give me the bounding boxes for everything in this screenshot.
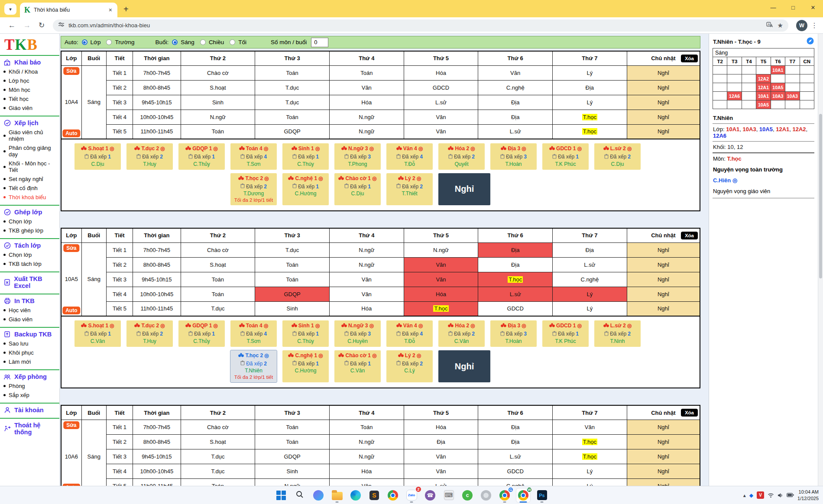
sidebar-section-header[interactable]: Xếp phòng [3, 373, 58, 380]
subject-card[interactable]: Lý 2◎Đã xếp2C.Lý [386, 350, 433, 383]
scrollbar-thumb[interactable] [819, 114, 822, 278]
sidebar-item[interactable]: Làm mới [3, 357, 58, 366]
subject-cell[interactable]: T.học [553, 110, 627, 124]
trash-icon[interactable] [500, 331, 505, 337]
subject-cell[interactable]: Toán [329, 65, 404, 80]
subject-card[interactable]: C.nghệ 1◎Đã xếp1C.Hường [282, 350, 329, 383]
subject-cell[interactable]: Chào cờ [181, 420, 255, 434]
coccoc-icon[interactable]: c [460, 488, 475, 503]
edit-button[interactable]: Sửa [63, 67, 79, 75]
target-icon[interactable]: ◎ [418, 145, 423, 152]
target-icon[interactable]: ◎ [264, 352, 269, 359]
subject-cell[interactable]: GDQP [255, 124, 330, 139]
sidebar-item[interactable]: Khối / Khoa [3, 67, 58, 76]
subject-cell[interactable]: Sinh [255, 464, 330, 478]
subject-card[interactable]: T.dục 2◎Đã xếp2T.Huy [126, 320, 173, 347]
subject-cell[interactable]: Địa [478, 95, 553, 110]
subject-cell[interactable]: Toán [329, 420, 404, 434]
minimize-icon[interactable]: — [763, 0, 783, 15]
subject-cell[interactable]: L.sử [553, 257, 627, 272]
sidebar-item[interactable]: Giáo viên chủ nhiệm [3, 128, 58, 143]
target-icon[interactable]: ◎ [369, 323, 373, 330]
sidebar-item[interactable]: TKB tách lớp [3, 259, 58, 268]
tkb-logo[interactable]: TKB [0, 34, 59, 55]
radio-session-chieu[interactable] [200, 39, 206, 45]
subject-cell[interactable]: Văn [404, 272, 478, 287]
subject-card[interactable]: Chào cờ 1◎Đã xếp1C.Vân [334, 350, 381, 383]
viber-icon[interactable]: ☎ [423, 488, 437, 503]
trash-icon[interactable] [84, 154, 89, 160]
radio-auto-lop[interactable] [82, 39, 87, 45]
subject-cell[interactable]: Hóa [404, 420, 478, 434]
trash-icon[interactable] [84, 331, 89, 337]
trash-icon[interactable] [292, 183, 297, 190]
sidebar-item[interactable]: Phân công giảng dạy [3, 143, 58, 159]
page-scrollbar[interactable] [818, 34, 823, 486]
sidebar-item[interactable]: Sao lưu [3, 339, 58, 348]
subject-cell[interactable]: T.học [553, 434, 627, 449]
target-icon[interactable]: ◎ [318, 352, 323, 359]
subject-card[interactable]: S.hoạt 1◎Đã xếp1C.Dịu [75, 143, 121, 170]
subject-cell[interactable]: Địa [404, 434, 478, 449]
browser-menu-icon[interactable]: ⋮ [811, 21, 818, 29]
target-icon[interactable]: ◎ [577, 323, 581, 330]
new-tab-button[interactable]: + [123, 5, 129, 13]
subject-cell[interactable]: Sinh [181, 95, 255, 110]
sidebar-item[interactable]: Khôi phục [3, 348, 58, 357]
subject-cell[interactable]: GDCD [404, 80, 478, 95]
site-info-icon[interactable] [58, 21, 65, 29]
subject-cell[interactable]: N.ngữ [329, 124, 404, 139]
trash-icon[interactable] [604, 331, 609, 337]
wish-teacher[interactable]: C.Hiên ◎ [713, 175, 814, 186]
sidebar-section-header[interactable]: In TKB [3, 297, 58, 304]
edge-icon[interactable] [348, 488, 363, 503]
subject-cell[interactable]: Địa [478, 434, 553, 449]
subject-cell[interactable]: C.nghệ [553, 272, 627, 287]
subject-card[interactable]: Địa 3◎Đã xếp3T.Hoàn [490, 143, 537, 170]
target-icon[interactable]: ◎ [522, 323, 526, 330]
target-icon[interactable]: ◎ [369, 145, 373, 152]
close-window-icon[interactable]: ✕ [803, 0, 823, 15]
sidebar-item[interactable]: TKB ghép lớp [3, 226, 58, 235]
sidebar-item[interactable]: Tiết cố định [3, 184, 58, 193]
target-icon[interactable]: ◎ [577, 145, 581, 152]
subject-card[interactable]: Lý 2◎Đã xếp2T.Thiết [386, 173, 433, 206]
subject-cell[interactable]: N.ngữ [404, 242, 478, 257]
subject-cell[interactable]: Toán [181, 287, 255, 301]
subject-cell[interactable]: S.hoạt [181, 80, 255, 95]
subject-cell[interactable]: Hóa [329, 301, 404, 316]
target-icon[interactable]: ◎ [417, 352, 421, 359]
url-text[interactable]: tkb.com.vn/admin/thoi-khoa-bieu [68, 22, 762, 29]
subject-card[interactable]: GDQP 1◎Đã xếp1C.Thủy [178, 143, 225, 170]
target-icon[interactable]: ◎ [315, 323, 320, 330]
back-icon[interactable]: ← [8, 21, 16, 30]
sidebar-section-header[interactable]: Ghép lớp [3, 209, 58, 216]
target-icon[interactable]: ◎ [627, 145, 632, 152]
subject-cell[interactable]: T.dục [181, 301, 255, 316]
trash-icon[interactable] [396, 331, 401, 337]
target-icon[interactable]: ◎ [318, 175, 323, 182]
subject-card[interactable]: Toán 4◎Đã xếp4T.Sơn [230, 143, 277, 170]
target-icon[interactable]: ◎ [160, 323, 165, 330]
sidebar-item[interactable]: Tiết học [3, 94, 58, 103]
trash-icon[interactable] [500, 154, 505, 160]
subject-cell[interactable]: L.sử [404, 95, 478, 110]
subject-cell[interactable]: Địa [553, 80, 627, 95]
subject-card[interactable]: L.sử 2◎Đã xếp2T.Ninh [594, 320, 641, 347]
subject-cell[interactable]: Văn [329, 478, 404, 486]
trash-icon[interactable] [552, 154, 557, 160]
start-icon[interactable] [274, 488, 288, 503]
subject-cell[interactable]: Địa [478, 110, 553, 124]
subject-cell[interactable]: Toán [255, 257, 330, 272]
target-icon[interactable]: ◎ [417, 175, 421, 182]
sidebar-item[interactable]: Môn học [3, 85, 58, 94]
url-bar[interactable]: tkb.com.vn/admin/thoi-khoa-bieu A ★ [53, 19, 788, 32]
maximize-icon[interactable]: □ [783, 0, 803, 15]
subject-cell[interactable]: L.sử [404, 478, 478, 486]
subject-cell[interactable]: N.ngữ [255, 478, 330, 486]
sidebar-item[interactable]: Phòng [3, 381, 58, 391]
subject-cell[interactable]: Địa [553, 242, 627, 257]
chrome-icon[interactable] [386, 488, 400, 503]
edit-button[interactable]: Sửa [63, 244, 79, 252]
sidebar-item[interactable]: Học viên [3, 306, 58, 315]
